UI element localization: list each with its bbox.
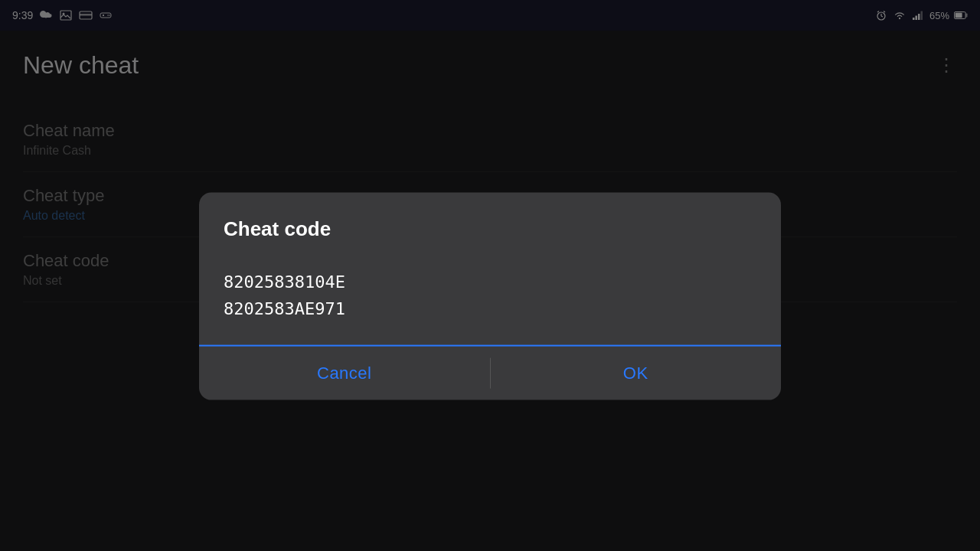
cheat-code-dialog: Cheat code 82025838104E 8202583AE971 Can… xyxy=(199,193,781,400)
ok-button[interactable]: OK xyxy=(491,347,782,400)
code-line-2: 8202583AE971 xyxy=(224,295,756,322)
dialog-body: Cheat code 82025838104E 8202583AE971 xyxy=(199,193,781,330)
dialog-code-input[interactable]: 82025838104E 8202583AE971 xyxy=(224,269,756,330)
cancel-button[interactable]: Cancel xyxy=(199,347,490,400)
dialog-actions: Cancel OK xyxy=(199,347,781,400)
code-line-1: 82025838104E xyxy=(224,269,756,295)
dialog-title: Cheat code xyxy=(224,217,756,241)
